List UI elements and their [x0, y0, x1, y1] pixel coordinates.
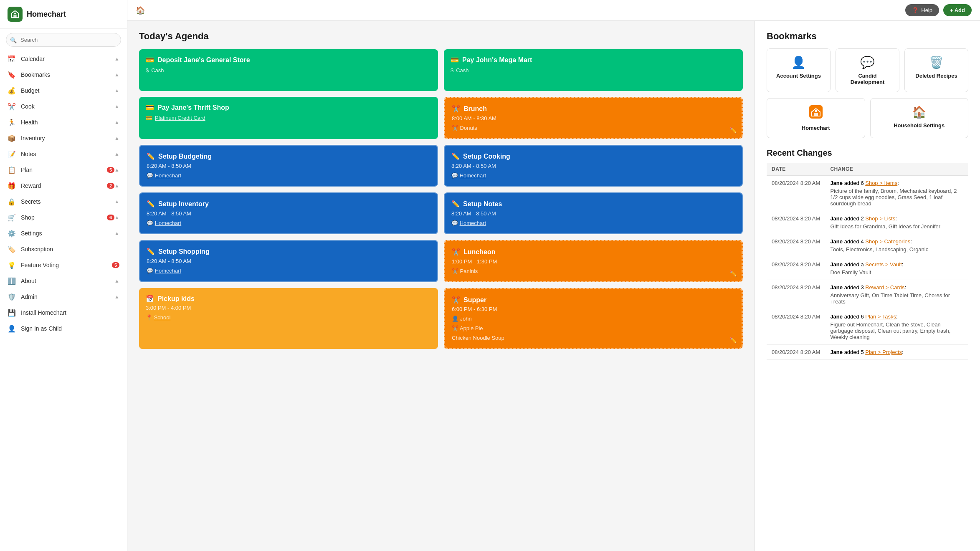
card-setup-budgeting[interactable]: ✏️ Setup Budgeting 8:20 AM - 8:50 AM 💬 H… — [139, 145, 438, 187]
homechart-link[interactable]: Homechart — [155, 220, 182, 226]
change-link[interactable]: Secrets > Vault — [865, 261, 902, 268]
bookmark-candid-development[interactable]: 💬 Candid Development — [836, 48, 899, 92]
reward-icon: 🎁 — [8, 182, 16, 190]
sidebar-item-cook[interactable]: ✂️ Cook ▲ — [0, 99, 127, 114]
add-button[interactable]: + Add — [943, 4, 972, 16]
change-link[interactable]: Plan > Projects — [865, 349, 902, 355]
card-title: ✂️ Luncheon — [452, 248, 735, 257]
sidebar-item-settings[interactable]: ⚙️ Settings ▲ — [0, 225, 127, 241]
edit-icon[interactable]: ✏️ — [729, 337, 737, 344]
chevron-shop: ▲ — [114, 215, 119, 220]
sidebar-item-notes[interactable]: 📝 Notes ▲ — [0, 146, 127, 162]
credit-card-link[interactable]: Platinum Credit Card — [155, 115, 205, 121]
task-icon: ✏️ — [451, 152, 460, 161]
content-area: Today's Agenda 💳 Deposit Jane's General … — [127, 21, 980, 551]
sidebar-label-sign-in-child: Sign In as Child — [21, 325, 119, 332]
bookmark-household-settings[interactable]: 🏠 Household Settings — [870, 98, 969, 138]
chevron-about: ▲ — [114, 278, 119, 284]
homechart-link[interactable]: Homechart — [460, 220, 486, 226]
edit-icon[interactable]: ✏️ — [729, 270, 737, 277]
card-detail-3: Chicken Noodle Soup — [452, 335, 735, 341]
chevron-health: ▲ — [114, 119, 119, 125]
sidebar: Homechart 🔍 📅 Calendar ▲ 🔖 Bookmarks ▲ 💰… — [0, 0, 127, 551]
change-link[interactable]: Plan > Tasks — [865, 313, 896, 320]
meal-icon: ✂️ — [452, 105, 460, 114]
sidebar-label-plan: Plan — [21, 167, 105, 173]
card-title: 💳 Deposit Jane's General Store — [146, 56, 431, 65]
homechart-link[interactable]: Homechart — [155, 172, 182, 179]
sidebar-item-reward[interactable]: 🎁 Reward 2 ▲ — [0, 178, 127, 194]
card-title: ✏️ Setup Shopping — [147, 248, 430, 256]
meal-icon: ✂️ — [452, 296, 460, 305]
chevron-reward: ▲ — [114, 183, 119, 189]
table-row: 08/20/2024 8:20 AMJane added 4 Shop > Ca… — [767, 234, 968, 257]
bookmark-deleted-recipes[interactable]: 🗑️ Deleted Recipes — [904, 48, 968, 92]
bookmarks-grid-top: 👤 Account Settings 💬 Candid Development … — [767, 48, 968, 92]
sign-in-child-icon: 👤 — [8, 324, 16, 333]
sidebar-item-budget[interactable]: 💰 Budget ▲ — [0, 83, 127, 99]
col-date: DATE — [767, 163, 825, 176]
card-setup-cooking[interactable]: ✏️ Setup Cooking 8:20 AM - 8:50 AM 💬 Hom… — [444, 145, 743, 187]
card-pickup-kids[interactable]: 📅 Pickup kids 3:00 PM - 4:00 PM 📍 School — [139, 288, 438, 349]
change-link[interactable]: Reward > Cards — [865, 284, 904, 291]
change-detail: Jane added 6 Shop > Items:Picture of the… — [825, 176, 968, 211]
card-detail: ✂️ Paninis — [452, 268, 735, 274]
sidebar-item-calendar[interactable]: 📅 Calendar ▲ — [0, 51, 127, 67]
subscription-icon: 🏷️ — [8, 245, 16, 253]
change-date: 08/20/2024 8:20 AM — [767, 280, 825, 309]
card-title: ✏️ Setup Budgeting — [147, 152, 430, 161]
card-luncheon[interactable]: ✂️ Luncheon 1:00 PM - 1:30 PM ✂️ Paninis… — [444, 240, 743, 282]
sidebar-item-about[interactable]: ℹ️ About ▲ — [0, 273, 127, 289]
sidebar-item-bookmarks[interactable]: 🔖 Bookmarks ▲ — [0, 67, 127, 83]
bookmark-account-settings[interactable]: 👤 Account Settings — [767, 48, 831, 92]
sidebar-header: Homechart — [0, 0, 127, 29]
sidebar-item-shop[interactable]: 🛒 Shop 6 ▲ — [0, 210, 127, 225]
nav-list: 📅 Calendar ▲ 🔖 Bookmarks ▲ 💰 Budget ▲ ✂️… — [0, 51, 127, 336]
sidebar-label-budget: Budget — [21, 87, 114, 94]
sidebar-item-admin[interactable]: 🛡️ Admin ▲ — [0, 289, 127, 305]
search-input[interactable] — [6, 33, 121, 47]
card-pay-john[interactable]: 💳 Pay John's Mega Mart $ Cash — [444, 49, 743, 91]
plan-badge: 5 — [107, 167, 114, 173]
card-time: 8:20 AM - 8:50 AM — [451, 210, 735, 217]
homechart-link[interactable]: Homechart — [155, 268, 182, 274]
card-detail: 💬 Homechart — [147, 268, 430, 274]
change-link[interactable]: Shop > Items — [865, 180, 897, 186]
card-setup-inventory[interactable]: ✏️ Setup Inventory 8:20 AM - 8:50 AM 💬 H… — [139, 192, 438, 234]
change-detail-text: Figure out Homechart, Clean the stove, C… — [830, 321, 963, 340]
change-date: 08/20/2024 8:20 AM — [767, 257, 825, 280]
sidebar-item-feature-voting[interactable]: 💡 Feature Voting 5 — [0, 257, 127, 273]
change-link[interactable]: Shop > Categories — [865, 238, 910, 245]
table-row: 08/20/2024 8:20 AMJane added 2 Shop > Li… — [767, 211, 968, 234]
sidebar-label-calendar: Calendar — [21, 56, 114, 62]
sidebar-item-plan[interactable]: 📋 Plan 5 ▲ — [0, 162, 127, 178]
bookmark-homechart[interactable]: Homechart — [767, 98, 865, 138]
card-title: ✂️ Brunch — [452, 105, 735, 114]
card-supper[interactable]: ✂️ Supper 6:00 PM - 6:30 PM 👤 John ✂️ Ap… — [444, 288, 743, 349]
help-button[interactable]: ❓ Help — [905, 4, 939, 16]
sidebar-item-secrets[interactable]: 🔒 Secrets ▲ — [0, 194, 127, 210]
sidebar-item-subscription[interactable]: 🏷️ Subscription — [0, 241, 127, 257]
edit-icon[interactable]: ✏️ — [729, 127, 737, 134]
card-deposit-jane[interactable]: 💳 Deposit Jane's General Store $ Cash — [139, 49, 438, 91]
change-detail-text: Doe Family Vault — [830, 269, 963, 276]
homechart-link[interactable]: Homechart — [460, 172, 486, 179]
sidebar-item-health[interactable]: 🏃 Health ▲ — [0, 114, 127, 130]
sidebar-item-sign-in-child[interactable]: 👤 Sign In as Child — [0, 321, 127, 336]
sidebar-label-secrets: Secrets — [21, 198, 114, 205]
topbar: 🏠 ❓ Help + Add — [127, 0, 980, 21]
change-detail-text: Gift Ideas for Grandma, Gift Ideas for J… — [830, 223, 963, 230]
school-link[interactable]: School — [154, 314, 171, 321]
home-icon[interactable]: 🏠 — [136, 6, 145, 15]
topbar-right: ❓ Help + Add — [905, 4, 972, 16]
candid-development-icon: 💬 — [860, 56, 875, 69]
card-brunch[interactable]: ✂️ Brunch 8:00 AM - 8:30 AM ✂️ Donuts ✏️ — [444, 97, 743, 139]
sidebar-item-inventory[interactable]: 📦 Inventory ▲ — [0, 130, 127, 146]
comment-icon: 💬 — [147, 172, 153, 179]
card-setup-shopping[interactable]: ✏️ Setup Shopping 8:20 AM - 8:50 AM 💬 Ho… — [139, 240, 438, 282]
comment-icon: 💬 — [451, 172, 458, 179]
change-link[interactable]: Shop > Lists — [865, 215, 895, 222]
sidebar-item-install[interactable]: 💾 Install Homechart — [0, 305, 127, 321]
card-setup-notes[interactable]: ✏️ Setup Notes 8:20 AM - 8:50 AM 💬 Homec… — [444, 192, 743, 234]
card-pay-jane-thrift[interactable]: 💳 Pay Jane's Thrift Shop 💳 Platinum Cred… — [139, 97, 438, 139]
